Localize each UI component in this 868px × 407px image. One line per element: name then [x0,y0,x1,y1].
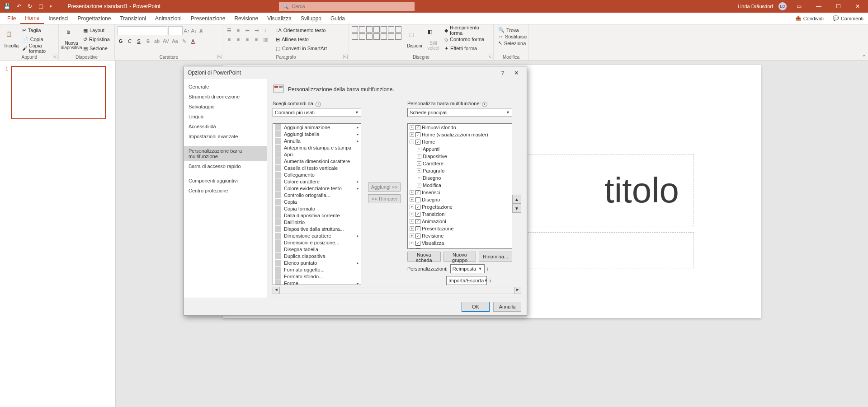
checkbox[interactable]: ✓ [415,212,420,217]
dialog-launcher-icon[interactable]: ⤡ [488,55,492,59]
checkbox[interactable]: ✓ [415,125,420,130]
tree-item[interactable]: +Appunti [408,145,512,153]
expand-icon[interactable]: + [410,241,414,245]
ok-button[interactable]: OK [462,302,490,312]
checkbox[interactable]: ✓ [415,190,420,195]
dialog-nav-item[interactable]: Accessibilità [184,122,267,131]
tree-item[interactable]: +Diapositive [408,153,512,160]
shrink-font-icon[interactable]: A↓ [191,28,197,34]
font-size-combo[interactable] [168,26,183,35]
collapse-ribbon-icon[interactable]: ^ [863,54,865,59]
checkbox[interactable]: ✓ [415,140,420,145]
copy-button[interactable]: 📄Copia [22,35,56,43]
shape-effects-button[interactable]: ✦Effetti forma [444,44,491,52]
align-left-icon[interactable]: ≡ [226,36,232,42]
info-icon[interactable]: i [487,266,488,271]
dialog-hscrollbar[interactable]: ◄ ► [273,287,521,294]
checkbox[interactable]: ✓ [415,205,420,210]
search-input[interactable] [292,4,411,9]
new-slide-button[interactable]: 🗎 Nuova diapositiva [61,26,81,53]
tab-progettazione[interactable]: Progettazione [73,13,115,24]
expand-icon[interactable]: + [417,161,421,166]
tab-home[interactable]: Home [20,13,44,24]
select-button[interactable]: ↖Seleziona [498,40,528,46]
expand-icon[interactable]: + [410,234,414,238]
cut-button[interactable]: ✂Taglia [22,26,56,34]
highlight-icon[interactable]: ✎ [181,38,187,44]
tree-item[interactable]: +✓Rimuovi sfondo [408,124,512,131]
command-item[interactable]: Copia [273,198,361,205]
command-item[interactable]: Formato sfondo... [273,273,361,280]
dialog-nav-item[interactable]: Generale [184,82,267,92]
shadow-icon[interactable]: ab [154,38,160,44]
tab-guida[interactable]: Guida [326,13,349,24]
dec-indent-icon[interactable]: ⇤ [244,27,250,33]
checkbox[interactable] [415,248,420,249]
tree-item[interactable]: +Registrazione [408,247,512,249]
checkbox[interactable] [415,197,420,202]
find-button[interactable]: 🔍Trova [498,27,528,33]
smartart-button[interactable]: ⬚Converti in SmartArt [276,44,327,52]
replace-button[interactable]: ↔Sostituisci [498,34,528,39]
command-item[interactable]: Aumenta dimensioni carattere [273,158,361,164]
align-text-button[interactable]: ⊟Allinea testo [276,35,327,43]
tab-inserisci[interactable]: Inserisci [44,13,73,24]
share-button[interactable]: 📤Condividi [791,13,828,24]
strike-icon[interactable]: S̶ [145,38,151,44]
commands-listbox[interactable]: Aggiungi animazione▸Aggiungi tabella▸Ann… [273,123,361,285]
expand-icon[interactable]: + [410,190,414,195]
reset-combo[interactable]: Reimposta▼ [450,264,485,273]
spacing-icon[interactable]: AV [163,38,169,44]
layout-button[interactable]: ▦Layout [83,26,110,34]
expand-icon[interactable]: + [417,168,421,173]
dialog-close-icon[interactable]: ✕ [509,70,523,76]
dialog-nav-item[interactable]: Centro protezione [184,186,267,196]
ribbon-mode-icon[interactable]: ▭ [792,3,806,9]
tree-item[interactable]: +✓Revisione [408,232,512,239]
bullets-icon[interactable]: ☰ [226,27,232,33]
dialog-nav-item[interactable]: Barra di accesso rapido [184,161,267,171]
user-name[interactable]: Linda Dräusdorf [738,4,773,9]
scroll-left-icon[interactable]: ◄ [273,287,280,294]
tree-item[interactable]: +✓Animazioni [408,218,512,225]
tab-revisione[interactable]: Revisione [230,13,263,24]
command-item[interactable]: Dimensioni e posizione... [273,239,361,246]
tab-file[interactable]: File [3,13,20,24]
dialog-launcher-icon[interactable]: ⤡ [343,55,348,59]
font-name-combo[interactable] [118,26,167,35]
tree-item[interactable]: −✓Home [408,138,512,145]
command-item[interactable]: Formato oggetto... [273,266,361,273]
command-item[interactable]: Colore carattere▸ [273,178,361,185]
tree-item[interactable]: +Disegno [408,196,512,203]
cancel-button[interactable]: Annulla [493,302,521,312]
reset-button[interactable]: ↺Ripristina [83,35,110,43]
tree-item[interactable]: +✓Visualizza [408,239,512,247]
command-item[interactable]: Aggiungi animazione▸ [273,124,361,131]
tree-item[interactable]: +Modifica [408,182,512,189]
tab-sviluppo[interactable]: Sviluppo [296,13,326,24]
dialog-help-icon[interactable]: ? [496,70,509,76]
command-item[interactable]: Aggiungi tabella▸ [273,131,361,137]
scroll-right-icon[interactable]: ► [514,287,521,294]
move-up-button[interactable]: ▲ [512,195,521,204]
command-item[interactable]: Duplica diapositiva [273,253,361,259]
grow-font-icon[interactable]: A↑ [184,28,190,34]
expand-icon[interactable]: + [417,183,421,187]
command-item[interactable]: Disegna tabella [273,246,361,253]
expand-icon[interactable]: + [417,154,421,159]
command-item[interactable]: Collegamento [273,171,361,178]
comments-button[interactable]: 💬Commenti [828,13,868,24]
search-box[interactable]: 🔍 [279,2,415,11]
close-icon[interactable]: ✕ [851,3,864,9]
command-item[interactable]: Colore evidenziatore testo▸ [273,185,361,192]
command-item[interactable]: Casella di testo verticale [273,164,361,171]
command-item[interactable]: Controllo ortografia... [273,192,361,198]
maximize-icon[interactable]: ☐ [831,3,845,9]
italic-icon[interactable]: C [127,38,133,44]
info-icon[interactable]: i [316,102,321,107]
remove-button[interactable]: << Rimuovi [368,194,401,203]
expand-icon[interactable]: + [417,176,421,180]
expand-icon[interactable]: − [410,140,414,144]
tree-item[interactable]: +✓Home (visualizzazioni master) [408,131,512,138]
slide-thumbnails-pane[interactable]: 1 [0,61,116,407]
